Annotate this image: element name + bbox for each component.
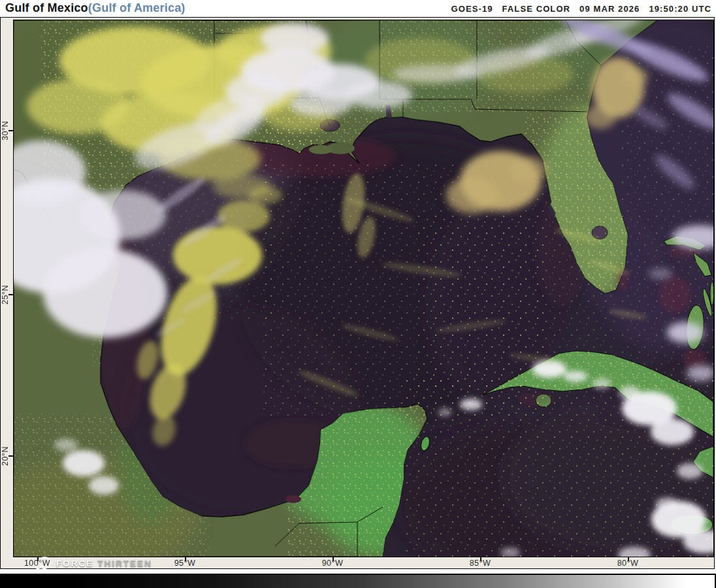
lon-label-85w: 85°W [461,559,500,568]
lon-label-100w: 100°W [18,559,57,568]
page-title: Gulf of Mexico(Gulf of America) [5,1,186,15]
header-meta: GOES-19 FALSE COLOR 09 MAR 2026 19:50:20… [451,4,711,14]
brand-text-secondary: THIRTEEN [97,559,152,568]
lon-label-80w: 80°W [608,559,647,568]
satellite-map-image: FORCETHIRTEEN [13,20,714,557]
product-name: FALSE COLOR [502,4,571,14]
capture-date: 09 MAR 2026 [579,4,640,14]
lon-label-90w: 90°W [313,559,352,568]
satellite-viewer-page: Gulf of Mexico(Gulf of America) GOES-19 … [0,0,716,588]
header-bar: Gulf of Mexico(Gulf of America) GOES-19 … [0,0,716,17]
region-title: Gulf of Mexico [5,1,88,14]
brand-text-primary: FORCE [56,559,93,568]
grayscale-colorbar [0,574,716,588]
lat-label-20n: 20°N [1,442,11,470]
lat-label-30n: 30°N [1,116,11,145]
region-subtitle: (Gulf of America) [88,1,186,14]
satellite-name: GOES-19 [451,4,493,14]
satellite-map-graphic [14,20,713,557]
lon-label-95w: 95°W [165,559,204,568]
capture-time: 19:50:20 UTC [649,4,711,14]
lat-label-25n: 25°N [1,280,11,309]
